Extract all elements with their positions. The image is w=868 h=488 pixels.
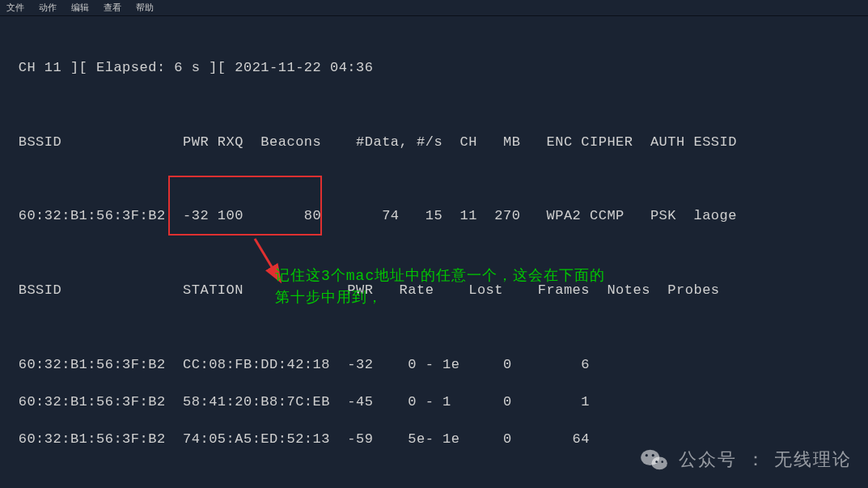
blank-line — [10, 244, 858, 263]
ap-header: BSSID PWR RXQ Beacons #Data, #/s CH MB E… — [10, 134, 858, 152]
annotation-line-1: 记住这3个mac地址中的任意一个，这会在下面的 — [275, 265, 605, 287]
watermark-label: 公众号 — [679, 448, 737, 472]
svg-point-3 — [646, 454, 648, 456]
svg-point-5 — [655, 460, 658, 463]
ap-row: 60:32:B1:56:3F:B2 -32 100 80 74 15 11 27… — [10, 207, 858, 226]
terminal-output[interactable]: CH 11 ][ Elapsed: 6 s ][ 2021-11-22 04:3… — [0, 16, 868, 488]
svg-point-4 — [652, 454, 654, 456]
sta-row-2: 60:32:B1:56:3F:B2 58:41:20:B8:7C:EB -45 … — [10, 393, 858, 412]
watermark-name: 无线理论 — [774, 448, 852, 472]
watermark: 公众号 ： 无线理论 — [640, 448, 852, 472]
blank-line — [10, 96, 858, 115]
menu-action[interactable]: 动作 — [39, 2, 57, 14]
svg-point-2 — [651, 456, 667, 469]
sta-row-1: 60:32:B1:56:3F:B2 CC:08:FB:DD:42:18 -32 … — [10, 356, 858, 375]
blank-line — [10, 171, 858, 189]
sta-row-3: 60:32:B1:56:3F:B2 74:05:A5:ED:52:13 -59 … — [10, 431, 858, 449]
menu-help[interactable]: 帮助 — [136, 2, 154, 14]
menu-edit[interactable]: 编辑 — [71, 2, 89, 14]
annotation-line-2: 第十步中用到， — [275, 287, 605, 309]
blank-line — [10, 319, 858, 337]
menu-file[interactable]: 文件 — [6, 2, 24, 14]
menubar: 文件 动作 编辑 查看 帮助 — [0, 0, 868, 16]
wechat-icon — [640, 448, 669, 472]
status-line: CH 11 ][ Elapsed: 6 s ][ 2021-11-22 04:3… — [10, 59, 858, 78]
annotation-text: 记住这3个mac地址中的任意一个，这会在下面的 第十步中用到， — [275, 265, 605, 309]
svg-point-6 — [661, 460, 663, 463]
menu-view[interactable]: 查看 — [104, 2, 121, 14]
watermark-sep: ： — [747, 448, 764, 472]
